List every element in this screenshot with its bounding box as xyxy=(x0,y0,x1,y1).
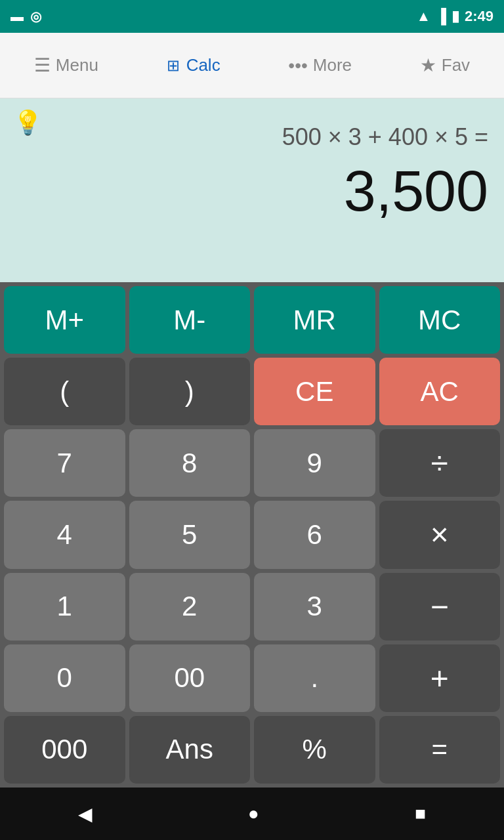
button-8[interactable]: 8 xyxy=(129,429,251,497)
paren-clear-row: ( ) CE AC xyxy=(4,358,500,425)
grid-icon: ⊞ xyxy=(167,56,181,75)
time-display: 2:49 xyxy=(465,8,494,25)
status-left: ▬ ◎ xyxy=(10,9,41,24)
subtract-button[interactable]: − xyxy=(379,573,501,640)
calculator-display: 💡 500 × 3 + 400 × 5 = 3,500 xyxy=(0,98,504,282)
signal-icon: ▐ xyxy=(436,8,446,25)
m-minus-button[interactable]: M- xyxy=(129,286,251,354)
close-paren-button[interactable]: ) xyxy=(129,358,251,425)
button-4[interactable]: 4 xyxy=(4,501,125,568)
button-2[interactable]: 2 xyxy=(129,573,251,640)
row-456-multiply: 4 5 6 × xyxy=(4,501,500,568)
button-1[interactable]: 1 xyxy=(4,573,125,640)
nav-more[interactable]: ••• More xyxy=(275,49,365,83)
nav-more-label: More xyxy=(313,55,352,75)
nav-fav-label: Fav xyxy=(442,55,470,75)
mc-button[interactable]: MC xyxy=(379,286,501,354)
mr-button[interactable]: MR xyxy=(254,286,375,354)
menu-icon: ☰ xyxy=(34,54,51,76)
nav-menu-label: Menu xyxy=(56,55,98,75)
row-123-subtract: 1 2 3 − xyxy=(4,573,500,640)
home-button[interactable]: ● xyxy=(228,797,279,831)
result: 3,500 xyxy=(16,159,488,223)
row-000-equals: 000 Ans % = xyxy=(4,716,500,784)
star-icon: ★ xyxy=(420,54,436,76)
sd-card-icon: ▬ xyxy=(10,9,24,24)
nav-menu[interactable]: ☰ Menu xyxy=(21,48,112,83)
button-7[interactable]: 7 xyxy=(4,429,125,497)
wifi-icon: ▲ xyxy=(417,8,431,25)
open-paren-button[interactable]: ( xyxy=(4,358,125,425)
divide-button[interactable]: ÷ xyxy=(379,429,501,497)
back-button[interactable]: ◀ xyxy=(58,797,112,831)
more-dots-icon: ••• xyxy=(288,55,307,76)
nav-fav[interactable]: ★ Fav xyxy=(407,48,483,83)
android-nav-bar: ◀ ● ■ xyxy=(0,788,504,840)
status-right: ▲ ▐ ▮ 2:49 xyxy=(417,8,494,25)
multiply-button[interactable]: × xyxy=(379,501,501,568)
m-plus-button[interactable]: M+ xyxy=(4,286,125,354)
battery-icon: ▮ xyxy=(452,8,459,25)
ac-button[interactable]: AC xyxy=(379,358,501,425)
button-000[interactable]: 000 xyxy=(4,716,125,784)
nav-calc-label: Calc xyxy=(186,55,220,75)
add-button[interactable]: + xyxy=(379,644,501,712)
row-789-divide: 7 8 9 ÷ xyxy=(4,429,500,497)
recent-button[interactable]: ■ xyxy=(395,797,446,831)
percent-button[interactable]: % xyxy=(254,716,375,784)
status-bar: ▬ ◎ ▲ ▐ ▮ 2:49 xyxy=(0,0,504,33)
ce-button[interactable]: CE xyxy=(254,358,375,425)
button-9[interactable]: 9 xyxy=(254,429,375,497)
row-0-add: 0 00 . + xyxy=(4,644,500,712)
equals-button[interactable]: = xyxy=(379,716,501,784)
hint-icon: 💡 xyxy=(13,109,43,136)
memory-row: M+ M- MR MC xyxy=(4,286,500,354)
button-0[interactable]: 0 xyxy=(4,644,125,712)
nav-calc[interactable]: ⊞ Calc xyxy=(154,49,234,82)
button-00[interactable]: 00 xyxy=(129,644,251,712)
expression: 500 × 3 + 400 × 5 = xyxy=(16,122,488,153)
ans-button[interactable]: Ans xyxy=(129,716,251,784)
nav-bar: ☰ Menu ⊞ Calc ••• More ★ Fav xyxy=(0,33,504,98)
button-6[interactable]: 6 xyxy=(254,501,375,568)
button-3[interactable]: 3 xyxy=(254,573,375,640)
calculator-body: M+ M- MR MC ( ) CE AC 7 8 9 ÷ 4 5 6 × 1 … xyxy=(0,282,504,788)
decimal-button[interactable]: . xyxy=(254,644,375,712)
circle-status-icon: ◎ xyxy=(30,9,41,24)
button-5[interactable]: 5 xyxy=(129,501,251,568)
